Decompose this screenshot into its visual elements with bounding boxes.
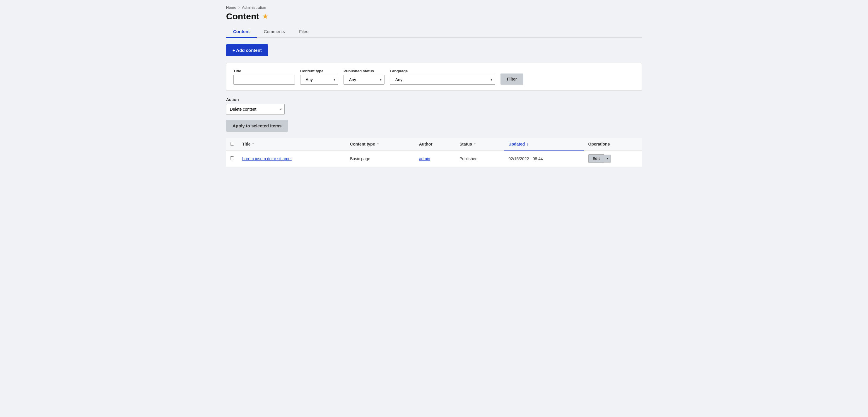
content-type-filter-field: Content type - Any - Basic page Article … (300, 69, 338, 85)
title-filter-field: Title (234, 69, 295, 85)
action-label: Action (226, 97, 642, 102)
breadcrumb-home[interactable]: Home (226, 5, 236, 10)
th-title[interactable]: Title ≡ (238, 138, 346, 150)
row-updated-cell: 02/15/2022 - 08:44 (504, 150, 584, 167)
row-author-cell: admin (415, 150, 455, 167)
th-status[interactable]: Status ≡ (455, 138, 504, 150)
breadcrumb-separator: > (238, 5, 241, 10)
content-type-select-wrapper: - Any - Basic page Article ▾ (300, 75, 338, 85)
th-updated[interactable]: Updated ↑ (504, 138, 584, 150)
row-title-link[interactable]: Lorem ipsum dolor sit amet (242, 156, 292, 161)
select-all-checkbox[interactable] (230, 142, 234, 146)
row-checkbox[interactable] (230, 156, 234, 160)
filter-box: Title Content type - Any - Basic page Ar… (226, 63, 642, 91)
content-type-select[interactable]: - Any - Basic page Article (300, 75, 338, 85)
edit-btn-group: Edit ▾ (588, 154, 638, 163)
action-select[interactable]: Delete content Publish content Unpublish… (226, 104, 285, 115)
row-author-link[interactable]: admin (419, 156, 430, 161)
title-label: Title (234, 69, 295, 73)
content-type-sort-icon: ≡ (377, 142, 379, 146)
language-filter-field: Language - Any - English French ▾ (390, 69, 495, 85)
select-all-header (226, 138, 238, 150)
language-select[interactable]: - Any - English French (390, 75, 495, 85)
star-icon[interactable]: ★ (262, 12, 269, 21)
tab-comments[interactable]: Comments (257, 26, 292, 38)
content-table: Title ≡ Content type ≡ Author (226, 138, 642, 167)
title-input[interactable] (234, 75, 295, 85)
row-content-type-cell: Basic page (346, 150, 415, 167)
status-select-wrapper: - Any - Published Unpublished ▾ (343, 75, 384, 85)
th-author: Author (415, 138, 455, 150)
apply-button[interactable]: Apply to selected items (226, 120, 288, 132)
breadcrumb: Home > Administration (226, 5, 642, 10)
language-label: Language (390, 69, 495, 73)
action-select-wrapper: Delete content Publish content Unpublish… (226, 104, 285, 115)
tab-files[interactable]: Files (292, 26, 315, 38)
edit-dropdown-button[interactable]: ▾ (604, 155, 611, 163)
row-operations-cell: Edit ▾ (584, 150, 642, 167)
row-title-cell: Lorem ipsum dolor sit amet (238, 150, 346, 167)
row-checkbox-cell (226, 150, 238, 167)
row-status-cell: Published (455, 150, 504, 167)
status-sort-icon: ≡ (474, 142, 475, 146)
add-content-button[interactable]: + Add content (226, 44, 268, 56)
th-content-type[interactable]: Content type ≡ (346, 138, 415, 150)
table-header-row: Title ≡ Content type ≡ Author (226, 138, 642, 150)
table-row: Lorem ipsum dolor sit amet Basic page ad… (226, 150, 642, 167)
tabs: Content Comments Files (226, 26, 642, 38)
page-title-row: Content ★ (226, 11, 642, 21)
tab-content[interactable]: Content (226, 26, 257, 38)
content-type-label: Content type (300, 69, 338, 73)
filter-button[interactable]: Filter (500, 73, 523, 85)
th-operations: Operations (584, 138, 642, 150)
language-select-wrapper: - Any - English French ▾ (390, 75, 495, 85)
page-title: Content (226, 11, 259, 21)
status-select[interactable]: - Any - Published Unpublished (343, 75, 384, 85)
status-filter-field: Published status - Any - Published Unpub… (343, 69, 384, 85)
breadcrumb-admin: Administration (242, 5, 266, 10)
updated-sort-icon: ↑ (527, 142, 529, 147)
status-label: Published status (343, 69, 384, 73)
action-section: Action Delete content Publish content Un… (226, 97, 642, 115)
edit-button[interactable]: Edit (588, 154, 604, 163)
title-sort-icon: ≡ (252, 142, 254, 146)
